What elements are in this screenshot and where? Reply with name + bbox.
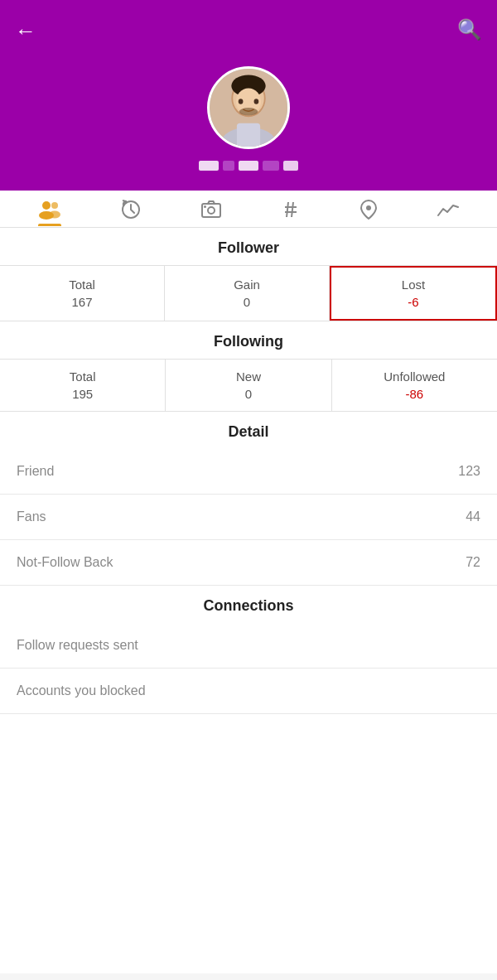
connections-requests-row[interactable]: Follow requests sent — [0, 623, 497, 669]
follower-stats-row: Total 167 Gain 0 Lost -6 — [0, 265, 497, 321]
svg-line-20 — [287, 202, 288, 217]
connections-requests-label: Follow requests sent — [17, 638, 138, 653]
following-stats-row: Total 195 New 0 Unfollowed -86 — [0, 359, 497, 412]
svg-point-16 — [208, 207, 215, 214]
tab-hashtag[interactable] — [281, 200, 301, 226]
story-dots — [199, 161, 298, 171]
following-total-cell[interactable]: Total 195 — [0, 360, 166, 411]
back-button[interactable]: ← — [15, 18, 36, 44]
follower-total-cell[interactable]: Total 167 — [0, 266, 165, 321]
story-dot-4 — [263, 161, 279, 171]
following-new-label: New — [236, 369, 261, 384]
detail-notfollow-value: 72 — [466, 555, 480, 570]
following-new-value: 0 — [245, 387, 252, 401]
svg-point-8 — [239, 99, 244, 104]
detail-title: Detail — [0, 412, 497, 449]
follower-lost-cell[interactable]: Lost -6 — [330, 266, 497, 321]
detail-fans-row[interactable]: Fans 44 — [0, 495, 497, 540]
follower-gain-value: 0 — [244, 295, 250, 309]
follower-total-value: 167 — [71, 295, 92, 309]
svg-point-22 — [366, 205, 371, 210]
header: ← 🔍 — [0, 0, 497, 191]
svg-rect-7 — [237, 123, 260, 147]
story-dot-2 — [223, 161, 234, 171]
detail-notfollow-label: Not-Follow Back — [17, 555, 113, 570]
follower-lost-label: Lost — [402, 278, 425, 292]
svg-point-11 — [51, 202, 58, 209]
detail-fans-value: 44 — [466, 509, 480, 524]
follower-total-label: Total — [69, 278, 95, 292]
tab-history[interactable] — [120, 199, 142, 227]
tab-bar — [0, 191, 497, 228]
detail-fans-label: Fans — [17, 509, 46, 524]
tab-location[interactable] — [359, 199, 378, 227]
search-button[interactable]: 🔍 — [457, 18, 482, 41]
following-total-label: Total — [70, 369, 96, 384]
connections-blocked-label: Accounts you blocked — [17, 683, 146, 698]
story-dot-1 — [199, 161, 219, 171]
detail-friend-value: 123 — [458, 464, 480, 479]
follower-lost-value: -6 — [408, 295, 418, 309]
detail-friend-label: Friend — [17, 464, 54, 479]
avatar — [207, 66, 290, 149]
svg-point-9 — [254, 99, 259, 104]
tab-trending[interactable] — [437, 200, 460, 225]
following-section: Following Total 195 New 0 Unfollowed -86 — [0, 321, 497, 412]
content: Follower Total 167 Gain 0 Lost -6 Follow… — [0, 228, 497, 973]
follower-section: Follower Total 167 Gain 0 Lost -6 — [0, 228, 497, 321]
following-unfollowed-cell[interactable]: Unfollowed -86 — [332, 360, 497, 411]
following-unfollowed-label: Unfollowed — [384, 369, 445, 384]
story-dot-3 — [239, 161, 258, 171]
svg-point-10 — [42, 201, 51, 210]
following-title: Following — [0, 321, 497, 359]
connections-title: Connections — [0, 586, 497, 623]
connections-section: Connections Follow requests sent Account… — [0, 586, 497, 714]
connections-blocked-row[interactable]: Accounts you blocked — [0, 669, 497, 714]
detail-notfollow-row[interactable]: Not-Follow Back 72 — [0, 540, 497, 586]
svg-point-17 — [204, 205, 206, 208]
follower-gain-label: Gain — [234, 278, 260, 292]
story-dot-5 — [283, 161, 298, 171]
svg-point-13 — [49, 211, 60, 219]
detail-friend-row[interactable]: Friend 123 — [0, 449, 497, 495]
following-new-cell[interactable]: New 0 — [166, 360, 331, 411]
follower-gain-cell[interactable]: Gain 0 — [165, 266, 330, 321]
following-total-value: 195 — [72, 387, 93, 401]
tab-people[interactable] — [38, 200, 61, 226]
tab-photo[interactable] — [200, 200, 222, 226]
svg-line-21 — [292, 202, 293, 217]
follower-title: Follower — [0, 228, 497, 265]
detail-section: Detail Friend 123 Fans 44 Not-Follow Bac… — [0, 412, 497, 586]
following-unfollowed-value: -86 — [405, 387, 423, 401]
